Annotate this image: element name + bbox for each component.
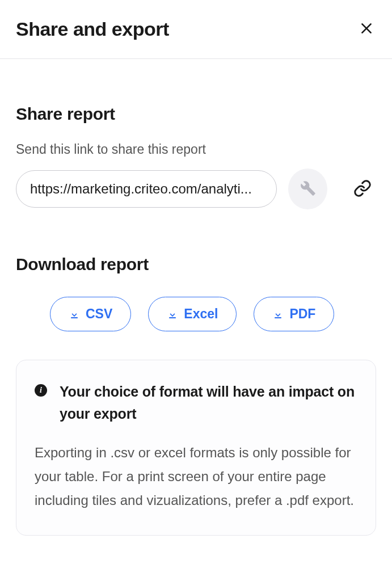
share-section: Share report Send this link to share thi… — [16, 104, 376, 209]
pdf-label: PDF — [289, 306, 315, 322]
download-icon — [69, 309, 80, 320]
copy-link-button[interactable] — [349, 175, 376, 204]
excel-label: Excel — [184, 306, 218, 322]
download-section: Download report CSV — [16, 255, 376, 331]
settings-button[interactable] — [288, 169, 327, 209]
share-description: Send this link to share this report — [16, 142, 376, 157]
svg-rect-3 — [169, 317, 176, 318]
download-heading: Download report — [16, 255, 376, 274]
svg-rect-2 — [71, 317, 78, 318]
share-export-modal: Share and export Share report Send this … — [0, 0, 392, 551]
download-csv-button[interactable]: CSV — [50, 297, 131, 331]
info-icon: i — [35, 384, 47, 397]
info-body: Exporting in .csv or excel formats is on… — [35, 441, 357, 512]
format-buttons: CSV Excel — [16, 297, 376, 331]
share-row — [16, 169, 376, 209]
modal-content: Share report Send this link to share thi… — [0, 59, 392, 551]
download-pdf-button[interactable]: PDF — [254, 297, 334, 331]
svg-rect-4 — [275, 317, 282, 318]
csv-label: CSV — [86, 306, 112, 322]
modal-header: Share and export — [0, 0, 392, 59]
link-icon — [353, 179, 372, 199]
share-url-input[interactable] — [16, 170, 277, 208]
close-icon — [359, 21, 374, 37]
info-title: Your choice of format will have an impac… — [60, 381, 357, 425]
close-button[interactable] — [357, 19, 376, 40]
modal-title: Share and export — [16, 18, 169, 40]
share-heading: Share report — [16, 104, 376, 124]
download-excel-button[interactable]: Excel — [148, 297, 237, 331]
info-box: i Your choice of format will have an imp… — [16, 360, 376, 536]
download-icon — [167, 309, 178, 320]
download-icon — [272, 309, 284, 320]
wrench-icon — [300, 180, 316, 198]
info-header: i Your choice of format will have an imp… — [35, 381, 357, 425]
